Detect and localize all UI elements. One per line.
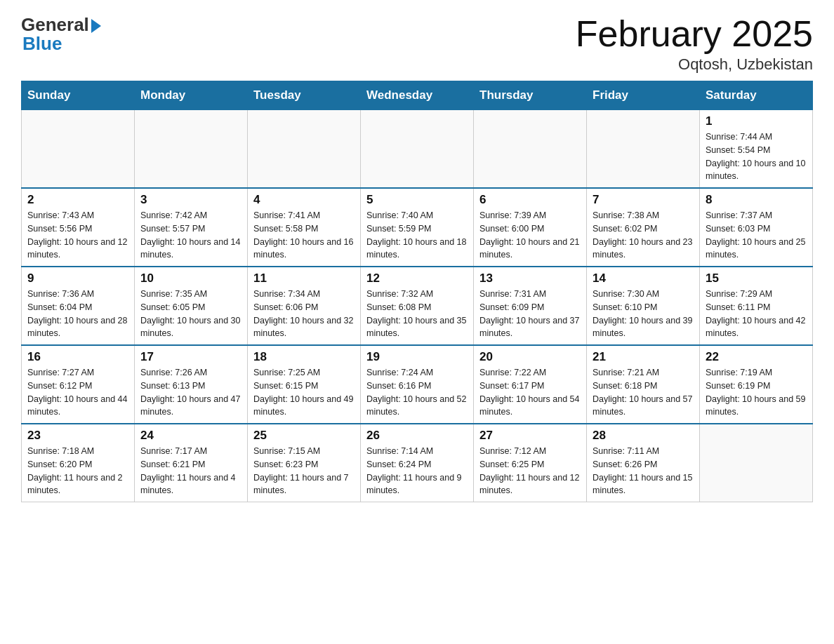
calendar-cell xyxy=(22,110,135,189)
day-info: Sunrise: 7:37 AMSunset: 6:03 PMDaylight:… xyxy=(706,209,807,262)
day-info: Sunrise: 7:32 AMSunset: 6:08 PMDaylight:… xyxy=(366,288,468,340)
calendar-week-row: 1Sunrise: 7:44 AMSunset: 5:54 PMDaylight… xyxy=(22,110,813,189)
day-number: 11 xyxy=(253,271,355,286)
calendar-cell xyxy=(135,110,248,189)
day-number: 19 xyxy=(366,350,468,364)
day-number: 9 xyxy=(27,271,128,286)
header-wednesday: Wednesday xyxy=(361,81,474,110)
day-info: Sunrise: 7:31 AMSunset: 6:09 PMDaylight:… xyxy=(479,288,581,340)
calendar-cell: 2Sunrise: 7:43 AMSunset: 5:56 PMDaylight… xyxy=(22,188,135,267)
logo-blue-text: Blue xyxy=(22,33,62,55)
calendar-week-row: 2Sunrise: 7:43 AMSunset: 5:56 PMDaylight… xyxy=(22,188,813,267)
header-sunday: Sunday xyxy=(22,81,135,110)
calendar-cell: 5Sunrise: 7:40 AMSunset: 5:59 PMDaylight… xyxy=(361,188,474,267)
day-info: Sunrise: 7:40 AMSunset: 5:59 PMDaylight:… xyxy=(366,209,468,262)
day-info: Sunrise: 7:25 AMSunset: 6:15 PMDaylight:… xyxy=(253,366,355,419)
day-number: 2 xyxy=(27,193,128,207)
header-thursday: Thursday xyxy=(474,81,587,110)
day-info: Sunrise: 7:42 AMSunset: 5:57 PMDaylight:… xyxy=(140,209,241,262)
day-number: 18 xyxy=(253,350,355,364)
day-info: Sunrise: 7:30 AMSunset: 6:10 PMDaylight:… xyxy=(593,288,694,340)
day-number: 22 xyxy=(706,350,807,364)
day-number: 4 xyxy=(253,193,355,207)
month-title: February 2025 xyxy=(576,14,813,54)
calendar-cell: 24Sunrise: 7:17 AMSunset: 6:21 PMDayligh… xyxy=(135,424,248,502)
page-header: General Blue February 2025 Oqtosh, Uzbek… xyxy=(21,14,813,74)
day-info: Sunrise: 7:15 AMSunset: 6:23 PMDaylight:… xyxy=(253,445,355,497)
logo: General Blue xyxy=(21,14,101,55)
logo-arrow-icon xyxy=(91,19,101,33)
day-number: 27 xyxy=(479,429,581,443)
header-tuesday: Tuesday xyxy=(248,81,361,110)
day-info: Sunrise: 7:29 AMSunset: 6:11 PMDaylight:… xyxy=(706,288,807,340)
day-info: Sunrise: 7:22 AMSunset: 6:17 PMDaylight:… xyxy=(479,366,581,419)
day-number: 3 xyxy=(140,193,241,207)
day-number: 14 xyxy=(593,271,694,286)
day-number: 10 xyxy=(140,271,241,286)
header-friday: Friday xyxy=(587,81,700,110)
calendar-cell: 13Sunrise: 7:31 AMSunset: 6:09 PMDayligh… xyxy=(474,267,587,345)
calendar-cell xyxy=(474,110,587,189)
day-number: 26 xyxy=(366,429,468,443)
calendar-cell: 22Sunrise: 7:19 AMSunset: 6:19 PMDayligh… xyxy=(700,345,813,424)
day-number: 17 xyxy=(140,350,241,364)
calendar-cell: 18Sunrise: 7:25 AMSunset: 6:15 PMDayligh… xyxy=(248,345,361,424)
calendar-cell: 21Sunrise: 7:21 AMSunset: 6:18 PMDayligh… xyxy=(587,345,700,424)
day-number: 25 xyxy=(253,429,355,443)
calendar-cell: 25Sunrise: 7:15 AMSunset: 6:23 PMDayligh… xyxy=(248,424,361,502)
day-info: Sunrise: 7:21 AMSunset: 6:18 PMDaylight:… xyxy=(593,366,694,419)
day-number: 24 xyxy=(140,429,241,443)
day-number: 23 xyxy=(27,429,128,443)
day-info: Sunrise: 7:17 AMSunset: 6:21 PMDaylight:… xyxy=(140,445,241,497)
calendar-cell: 23Sunrise: 7:18 AMSunset: 6:20 PMDayligh… xyxy=(22,424,135,502)
calendar-cell: 15Sunrise: 7:29 AMSunset: 6:11 PMDayligh… xyxy=(700,267,813,345)
calendar-cell: 3Sunrise: 7:42 AMSunset: 5:57 PMDaylight… xyxy=(135,188,248,267)
day-info: Sunrise: 7:34 AMSunset: 6:06 PMDaylight:… xyxy=(253,288,355,340)
day-info: Sunrise: 7:24 AMSunset: 6:16 PMDaylight:… xyxy=(366,366,468,419)
calendar-cell: 20Sunrise: 7:22 AMSunset: 6:17 PMDayligh… xyxy=(474,345,587,424)
calendar-cell: 19Sunrise: 7:24 AMSunset: 6:16 PMDayligh… xyxy=(361,345,474,424)
calendar-cell xyxy=(248,110,361,189)
day-info: Sunrise: 7:14 AMSunset: 6:24 PMDaylight:… xyxy=(366,445,468,497)
day-info: Sunrise: 7:44 AMSunset: 5:54 PMDaylight:… xyxy=(706,130,807,183)
day-number: 8 xyxy=(706,193,807,207)
calendar-week-row: 23Sunrise: 7:18 AMSunset: 6:20 PMDayligh… xyxy=(22,424,813,502)
day-info: Sunrise: 7:43 AMSunset: 5:56 PMDaylight:… xyxy=(27,209,128,262)
day-number: 1 xyxy=(706,114,807,128)
calendar-cell: 11Sunrise: 7:34 AMSunset: 6:06 PMDayligh… xyxy=(248,267,361,345)
day-number: 6 xyxy=(479,193,581,207)
calendar-cell: 6Sunrise: 7:39 AMSunset: 6:00 PMDaylight… xyxy=(474,188,587,267)
calendar-cell: 28Sunrise: 7:11 AMSunset: 6:26 PMDayligh… xyxy=(587,424,700,502)
day-number: 16 xyxy=(27,350,128,364)
day-info: Sunrise: 7:18 AMSunset: 6:20 PMDaylight:… xyxy=(27,445,128,497)
calendar-cell: 27Sunrise: 7:12 AMSunset: 6:25 PMDayligh… xyxy=(474,424,587,502)
day-info: Sunrise: 7:39 AMSunset: 6:00 PMDaylight:… xyxy=(479,209,581,262)
calendar-cell: 26Sunrise: 7:14 AMSunset: 6:24 PMDayligh… xyxy=(361,424,474,502)
calendar-cell: 10Sunrise: 7:35 AMSunset: 6:05 PMDayligh… xyxy=(135,267,248,345)
calendar-cell: 14Sunrise: 7:30 AMSunset: 6:10 PMDayligh… xyxy=(587,267,700,345)
calendar-cell: 1Sunrise: 7:44 AMSunset: 5:54 PMDaylight… xyxy=(700,110,813,189)
day-info: Sunrise: 7:35 AMSunset: 6:05 PMDaylight:… xyxy=(140,288,241,340)
calendar-cell: 8Sunrise: 7:37 AMSunset: 6:03 PMDaylight… xyxy=(700,188,813,267)
calendar-cell: 9Sunrise: 7:36 AMSunset: 6:04 PMDaylight… xyxy=(22,267,135,345)
calendar-cell: 4Sunrise: 7:41 AMSunset: 5:58 PMDaylight… xyxy=(248,188,361,267)
day-number: 21 xyxy=(593,350,694,364)
day-number: 13 xyxy=(479,271,581,286)
calendar-cell xyxy=(361,110,474,189)
day-number: 12 xyxy=(366,271,468,286)
day-info: Sunrise: 7:19 AMSunset: 6:19 PMDaylight:… xyxy=(706,366,807,419)
day-info: Sunrise: 7:12 AMSunset: 6:25 PMDaylight:… xyxy=(479,445,581,497)
location: Oqtosh, Uzbekistan xyxy=(576,55,813,74)
calendar-header-row: SundayMondayTuesdayWednesdayThursdayFrid… xyxy=(22,81,813,110)
header-saturday: Saturday xyxy=(700,81,813,110)
day-info: Sunrise: 7:26 AMSunset: 6:13 PMDaylight:… xyxy=(140,366,241,419)
day-number: 20 xyxy=(479,350,581,364)
header-monday: Monday xyxy=(135,81,248,110)
calendar-cell xyxy=(700,424,813,502)
day-info: Sunrise: 7:38 AMSunset: 6:02 PMDaylight:… xyxy=(593,209,694,262)
calendar-table: SundayMondayTuesdayWednesdayThursdayFrid… xyxy=(21,81,813,502)
calendar-cell: 12Sunrise: 7:32 AMSunset: 6:08 PMDayligh… xyxy=(361,267,474,345)
day-info: Sunrise: 7:11 AMSunset: 6:26 PMDaylight:… xyxy=(593,445,694,497)
day-info: Sunrise: 7:27 AMSunset: 6:12 PMDaylight:… xyxy=(27,366,128,419)
day-number: 28 xyxy=(593,429,694,443)
